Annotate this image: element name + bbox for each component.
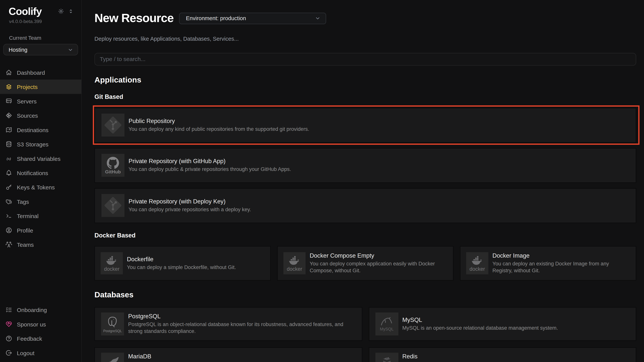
applications-heading: Applications bbox=[94, 75, 636, 84]
main-content: New Resource Environment: production Dep… bbox=[82, 0, 644, 362]
card-docker-compose-empty[interactable]: docker Docker Compose Empty You can depl… bbox=[277, 246, 454, 280]
sidebar-item-destinations[interactable]: Destinations bbox=[0, 123, 81, 137]
github-caption: GitHub bbox=[105, 170, 121, 174]
home-icon bbox=[5, 69, 12, 76]
checklist-icon bbox=[5, 306, 12, 313]
team-label: Current Team bbox=[0, 24, 81, 41]
card-description: You can deploy private repositories with… bbox=[128, 206, 251, 213]
svg-text:(x): (x) bbox=[7, 157, 11, 161]
terminal-icon bbox=[5, 212, 12, 219]
sidebar-item-sources[interactable]: Sources bbox=[0, 108, 81, 122]
redis-icon: redis bbox=[375, 353, 398, 362]
card-private-repository-github-app[interactable]: GitHub Private Repository (with GitHub A… bbox=[94, 148, 636, 183]
team-select-value: Hosting bbox=[8, 47, 28, 53]
card-description: MySQL is an open-source relational datab… bbox=[402, 325, 558, 331]
card-redis[interactable]: redis Redis Redis is a source-available,… bbox=[369, 347, 636, 362]
mariadb-icon: MariaDB bbox=[101, 353, 124, 362]
card-description: You can deploy a simple Dockerfile, with… bbox=[127, 264, 236, 271]
chevron-down-icon bbox=[314, 15, 320, 21]
mysql-icon: MySQL bbox=[375, 312, 398, 335]
git-based-cards: Public Repository You can deploy any kin… bbox=[94, 108, 636, 223]
bell-icon bbox=[5, 170, 12, 177]
card-docker-image[interactable]: docker Docker Image You can deploy an ex… bbox=[460, 246, 636, 280]
docker-caption: docker bbox=[287, 266, 302, 272]
environment-select[interactable]: Environment: production bbox=[179, 13, 326, 24]
card-description: You can deploy any kind of public reposi… bbox=[128, 126, 309, 133]
sidebar-item-sponsor-us[interactable]: Sponsor us bbox=[0, 317, 81, 331]
sidebar-item-shared-variables[interactable]: (x) Shared Variables bbox=[0, 151, 81, 166]
users-group-icon bbox=[5, 241, 12, 248]
map-icon bbox=[5, 126, 12, 133]
chevron-down-icon bbox=[68, 47, 74, 53]
github-icon: GitHub bbox=[102, 154, 124, 177]
sidebar-item-servers[interactable]: Servers bbox=[0, 94, 81, 108]
environment-select-value: Environment: production bbox=[186, 15, 246, 21]
app-version: v4.0.0-beta.399 bbox=[0, 17, 81, 24]
sidebar-item-feedback[interactable]: Feedback bbox=[0, 331, 81, 346]
user-circle-icon bbox=[5, 227, 12, 234]
sidebar-item-dashboard[interactable]: Dashboard bbox=[0, 65, 81, 79]
card-description: PostgreSQL is an object-relational datab… bbox=[128, 321, 356, 335]
card-title: Public Repository bbox=[128, 118, 309, 124]
server-icon bbox=[5, 98, 12, 105]
sidebar-item-tags[interactable]: Tags bbox=[0, 194, 81, 208]
databases-heading: Databases bbox=[94, 290, 636, 299]
page-title: New Resource bbox=[94, 11, 174, 25]
card-title: Docker Compose Empty bbox=[310, 252, 447, 259]
sidebar-item-keys-tokens[interactable]: Keys & Tokens bbox=[0, 180, 81, 194]
docker-caption: docker bbox=[104, 266, 120, 272]
card-mysql[interactable]: MySQL MySQL MySQL is an open-source rela… bbox=[369, 307, 636, 341]
heart-handshake-icon bbox=[5, 321, 12, 328]
card-title: Docker Image bbox=[492, 252, 630, 259]
mysql-caption: MySQL bbox=[380, 327, 394, 331]
sidebar-item-teams[interactable]: Teams bbox=[0, 237, 81, 252]
card-title: PostgreSQL bbox=[128, 313, 356, 320]
databases-row-1: PostgreSQL PostgreSQL PostgreSQL is an o… bbox=[94, 307, 636, 341]
card-mariadb[interactable]: MariaDB MariaDB MariaDB is a community-d… bbox=[94, 347, 362, 362]
sidebar-item-projects[interactable]: Projects bbox=[0, 79, 81, 94]
card-public-repository[interactable]: Public Repository You can deploy any kin… bbox=[94, 108, 636, 143]
docker-based-heading: Docker Based bbox=[94, 232, 636, 239]
theme-sun-icon[interactable] bbox=[58, 8, 64, 14]
sidebar-item-logout[interactable]: Logout bbox=[0, 346, 81, 360]
git-diamond-icon bbox=[5, 112, 12, 119]
sidebar-item-terminal[interactable]: Terminal bbox=[0, 209, 81, 223]
logout-icon bbox=[5, 350, 12, 357]
docker-based-cards: docker Dockerfile You can deploy a simpl… bbox=[94, 246, 636, 280]
selector-chevrons-icon[interactable] bbox=[68, 8, 74, 14]
brand-row: Coolify bbox=[0, 0, 81, 17]
sidebar-item-onboarding[interactable]: Onboarding bbox=[0, 303, 81, 317]
card-title: MariaDB bbox=[128, 353, 356, 360]
git-icon bbox=[102, 194, 124, 217]
sidebar-item-s3-storages[interactable]: S3 Storages bbox=[0, 137, 81, 151]
stack-icon bbox=[5, 83, 12, 90]
postgresql-icon: PostgreSQL bbox=[101, 312, 124, 335]
sidebar-item-profile[interactable]: Profile bbox=[0, 223, 81, 237]
sidebar-item-notifications[interactable]: Notifications bbox=[0, 166, 81, 180]
page-subtitle: Deploy resources, like Applications, Dat… bbox=[94, 35, 636, 42]
sidebar-footer-nav: Onboarding Sponsor us Feedback Logout bbox=[0, 303, 81, 362]
git-based-heading: Git Based bbox=[94, 93, 636, 100]
git-icon bbox=[102, 114, 124, 137]
card-title: Private Repository (with GitHub App) bbox=[128, 158, 291, 165]
variable-icon: (x) bbox=[5, 155, 12, 162]
card-title: MySQL bbox=[402, 316, 558, 323]
sidebar-nav: Dashboard Projects Servers Sources Desti… bbox=[0, 65, 81, 252]
database-icon bbox=[5, 141, 12, 148]
docker-icon: docker bbox=[100, 252, 123, 274]
card-private-repository-deploy-key[interactable]: Private Repository (with Deploy Key) You… bbox=[94, 188, 636, 223]
page-header: New Resource Environment: production bbox=[94, 3, 636, 33]
sidebar: Coolify v4.0.0-beta.399 Current Team Hos… bbox=[0, 0, 82, 362]
coolify-app: Coolify v4.0.0-beta.399 Current Team Hos… bbox=[0, 0, 644, 362]
search-input[interactable] bbox=[94, 53, 636, 66]
card-dockerfile[interactable]: docker Dockerfile You can deploy a simpl… bbox=[94, 246, 270, 280]
team-select[interactable]: Hosting bbox=[3, 44, 78, 55]
docker-icon: docker bbox=[466, 252, 488, 274]
app-logo: Coolify bbox=[8, 5, 42, 17]
card-description: You can deploy complex application easil… bbox=[310, 261, 447, 274]
key-icon bbox=[5, 184, 12, 191]
card-title: Private Repository (with Deploy Key) bbox=[128, 198, 251, 205]
tags-icon bbox=[5, 198, 12, 205]
card-postgresql[interactable]: PostgreSQL PostgreSQL PostgreSQL is an o… bbox=[94, 307, 362, 341]
card-title: Dockerfile bbox=[127, 256, 236, 262]
